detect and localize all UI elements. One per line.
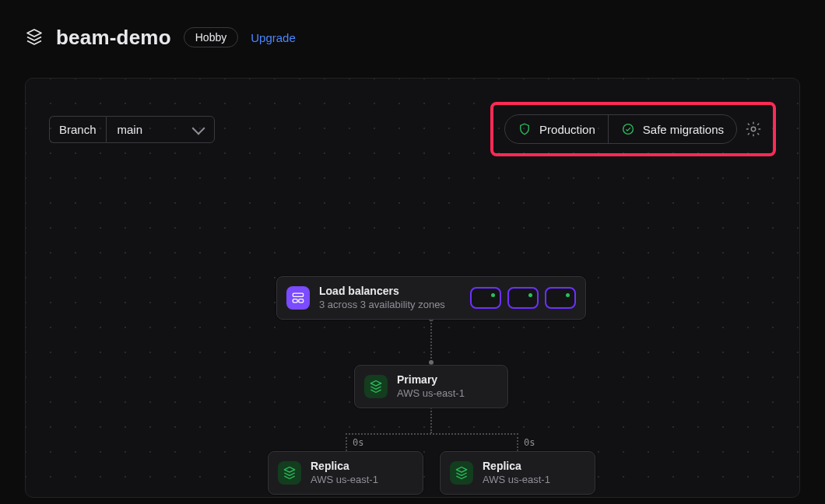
replica-subtitle: AWS us-east-1 (483, 474, 550, 486)
app-logo-icon (25, 28, 44, 47)
safe-migrations-label: Safe migrations (643, 123, 724, 136)
plan-badge: Hobby (184, 27, 238, 47)
replica-title: Replica (483, 460, 550, 474)
chevron-down-icon (191, 121, 205, 135)
lb-indicator (470, 287, 501, 309)
safe-migrations-badge[interactable]: Safe migrations (608, 115, 736, 143)
status-pill-group: Production Safe migrations (504, 114, 737, 144)
connector-line (346, 433, 518, 435)
shield-icon (518, 122, 532, 136)
lb-indicator (545, 287, 576, 309)
branch-label: Branch (49, 116, 106, 143)
svg-rect-3 (293, 299, 297, 303)
connector-line (430, 319, 432, 365)
top-bar: beam-demo Hobby Upgrade (25, 19, 800, 56)
check-circle-icon (621, 122, 635, 136)
branch-value: main (118, 123, 143, 136)
replica-subtitle: AWS us-east-1 (311, 474, 378, 486)
lb-title: Load balancers (319, 285, 445, 299)
dashboard-panel: Branch main Production (25, 78, 800, 498)
svg-rect-4 (299, 299, 304, 303)
upgrade-link[interactable]: Upgrade (251, 31, 296, 44)
svg-point-1 (751, 127, 756, 131)
connector-line (430, 405, 432, 433)
replica-node[interactable]: Replica AWS us-east-1 (440, 451, 595, 495)
branch-dropdown[interactable]: main (106, 116, 215, 143)
svg-point-0 (623, 124, 633, 135)
svg-rect-2 (293, 293, 303, 296)
replica-node[interactable]: Replica AWS us-east-1 (268, 451, 423, 495)
production-badge[interactable]: Production (505, 115, 608, 143)
branch-selector: Branch main (49, 116, 215, 143)
connector-line (517, 433, 518, 451)
settings-button[interactable] (745, 121, 762, 138)
lb-indicator-group (470, 287, 576, 309)
database-icon (364, 375, 388, 398)
project-name: beam-demo (56, 26, 171, 50)
replica-title: Replica (311, 460, 378, 474)
load-balancers-node[interactable]: Load balancers 3 across 3 availability z… (276, 276, 586, 320)
highlight-annotation: Production Safe migrations (490, 102, 776, 156)
database-icon (278, 461, 301, 485)
lb-indicator (507, 287, 539, 309)
load-balancer-icon (286, 286, 310, 310)
connector-line (346, 433, 347, 451)
primary-title: Primary (397, 373, 465, 387)
primary-node[interactable]: Primary AWS us-east-1 (354, 365, 508, 408)
replica-latency: 0s (353, 437, 363, 448)
lb-subtitle: 3 across 3 availability zones (319, 299, 445, 311)
primary-subtitle: AWS us-east-1 (397, 387, 465, 400)
database-icon (450, 461, 473, 485)
replica-latency: 0s (524, 437, 535, 448)
production-label: Production (539, 123, 595, 136)
